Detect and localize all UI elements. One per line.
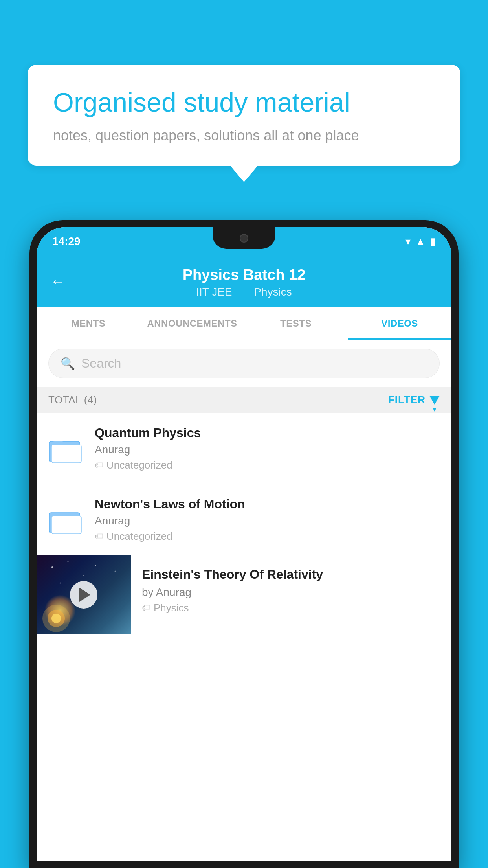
battery-icon: ▮ <box>430 235 436 248</box>
svg-point-5 <box>68 561 69 562</box>
video-info: Newton's Laws of Motion Anurag 🏷 Uncateg… <box>95 497 440 542</box>
svg-point-8 <box>83 575 84 576</box>
app-header: ← Physics Batch 12 IIT JEE Physics <box>37 256 451 307</box>
video-author: by Anurag <box>142 586 440 599</box>
video-tag: 🏷 Uncategorized <box>95 459 440 471</box>
play-icon <box>79 588 90 602</box>
camera-icon <box>240 234 248 243</box>
video-author: Anurag <box>95 515 440 527</box>
phone-screen: 14:29 ▾ ▲ ▮ ← Physics Batch 12 IIT JEE P… <box>37 227 451 861</box>
video-author: Anurag <box>95 443 440 456</box>
status-icons: ▾ ▲ ▮ <box>405 235 436 248</box>
list-item[interactable]: Einstein's Theory Of Relativity by Anura… <box>37 555 451 634</box>
bubble-subtitle: notes, question papers, solutions all at… <box>53 127 435 144</box>
svg-point-9 <box>60 583 61 584</box>
list-item[interactable]: Quantum Physics Anurag 🏷 Uncategorized <box>37 413 451 484</box>
filter-bar: TOTAL (4) FILTER <box>37 387 451 413</box>
speech-bubble: Organised study material notes, question… <box>28 65 460 166</box>
header-subtitle: IIT JEE Physics <box>52 286 436 298</box>
svg-point-6 <box>95 565 96 566</box>
video-title: Quantum Physics <box>95 426 440 440</box>
search-input[interactable]: Search <box>81 356 121 371</box>
header-subtitle-iitjee: IIT JEE <box>196 286 232 298</box>
svg-rect-1 <box>51 445 81 463</box>
svg-point-4 <box>51 566 53 568</box>
video-title: Einstein's Theory Of Relativity <box>142 566 440 583</box>
tab-videos[interactable]: VIDEOS <box>348 307 451 340</box>
filter-button[interactable]: FILTER <box>388 394 440 406</box>
video-tag: 🏷 Physics <box>142 602 440 614</box>
video-info: Quantum Physics Anurag 🏷 Uncategorized <box>95 426 440 471</box>
folder-icon <box>48 433 84 464</box>
status-bar: 14:29 ▾ ▲ ▮ <box>37 227 451 256</box>
wifi-icon: ▾ <box>405 235 411 248</box>
tab-ments[interactable]: MENTS <box>37 307 140 340</box>
tag-icon: 🏷 <box>95 460 103 471</box>
tag-icon: 🏷 <box>142 603 150 613</box>
filter-icon <box>429 396 440 405</box>
bubble-title: Organised study material <box>53 86 435 119</box>
video-tag: 🏷 Uncategorized <box>95 530 440 542</box>
svg-point-7 <box>115 571 116 572</box>
back-button[interactable]: ← <box>50 273 65 290</box>
play-button[interactable] <box>70 581 97 609</box>
list-item[interactable]: Newton's Laws of Motion Anurag 🏷 Uncateg… <box>37 484 451 555</box>
folder-icon <box>48 504 84 535</box>
search-container: 🔍 Search <box>37 340 451 387</box>
phone-frame: 14:29 ▾ ▲ ▮ ← Physics Batch 12 IIT JEE P… <box>29 220 459 868</box>
total-count-label: TOTAL (4) <box>48 394 97 406</box>
tag-icon: 🏷 <box>95 531 103 542</box>
header-subtitle-physics: Physics <box>254 286 292 298</box>
tabs: MENTS ANNOUNCEMENTS TESTS VIDEOS <box>37 307 451 340</box>
status-time: 14:29 <box>52 235 81 248</box>
header-title: Physics Batch 12 <box>52 267 436 283</box>
video-thumbnail <box>37 555 131 634</box>
svg-rect-3 <box>51 516 81 534</box>
search-icon: 🔍 <box>61 357 75 370</box>
signal-icon: ▲ <box>415 235 426 248</box>
video-title: Newton's Laws of Motion <box>95 497 440 511</box>
tab-announcements[interactable]: ANNOUNCEMENTS <box>140 307 244 340</box>
search-bar[interactable]: 🔍 Search <box>48 349 440 378</box>
tab-tests[interactable]: TESTS <box>244 307 348 340</box>
svg-point-12 <box>51 614 61 623</box>
video-list: Quantum Physics Anurag 🏷 Uncategorized <box>37 413 451 861</box>
notch <box>213 227 275 249</box>
video-info: Einstein's Theory Of Relativity by Anura… <box>131 555 451 625</box>
